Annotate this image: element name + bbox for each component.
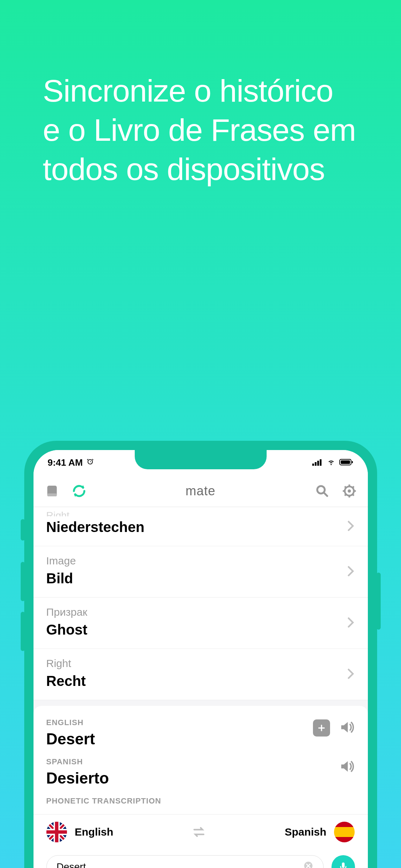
phrasebook-icon[interactable] bbox=[43, 482, 61, 500]
history-translation: Ghost bbox=[46, 622, 355, 638]
history-source: Image bbox=[46, 555, 355, 567]
spain-flag-icon bbox=[334, 822, 355, 842]
svg-line-10 bbox=[324, 493, 327, 496]
app-title: mate bbox=[148, 484, 253, 498]
add-to-phrasebook-button[interactable] bbox=[313, 719, 330, 737]
target-lang-label: SPANISH bbox=[46, 757, 355, 766]
history-row[interactable]: Image Bild bbox=[34, 546, 368, 598]
svg-line-20 bbox=[353, 486, 354, 488]
chevron-right-icon bbox=[347, 668, 354, 681]
alarm-icon bbox=[86, 457, 94, 468]
svg-rect-1 bbox=[315, 462, 317, 466]
chevron-right-icon bbox=[347, 617, 354, 629]
history-translation: Recht bbox=[46, 673, 355, 689]
search-icon[interactable] bbox=[314, 482, 331, 500]
svg-line-18 bbox=[353, 494, 354, 496]
from-language-label: English bbox=[75, 826, 113, 838]
translate-input[interactable]: Desert bbox=[46, 855, 324, 868]
to-language-label: Spanish bbox=[285, 826, 327, 838]
input-value: Desert bbox=[57, 861, 86, 868]
to-language[interactable]: Spanish bbox=[285, 822, 355, 842]
status-time: 9:41 AM bbox=[48, 457, 83, 468]
sync-icon[interactable] bbox=[71, 482, 88, 500]
language-bar: English Spanish bbox=[34, 814, 368, 849]
history-list: Right Niederstechen Image Bild Призрак G… bbox=[34, 507, 368, 700]
history-source: Призрак bbox=[46, 606, 355, 618]
source-lang-label: ENGLISH bbox=[46, 718, 355, 727]
phone-mockup: 9:41 AM bbox=[24, 441, 377, 868]
wifi-icon bbox=[327, 457, 336, 468]
svg-line-17 bbox=[345, 486, 346, 488]
svg-rect-2 bbox=[317, 461, 319, 466]
history-row[interactable]: Right Niederstechen bbox=[34, 507, 368, 546]
svg-rect-0 bbox=[312, 464, 314, 466]
microphone-button[interactable] bbox=[331, 855, 355, 868]
speaker-icon[interactable] bbox=[338, 719, 355, 737]
history-source: Right bbox=[46, 510, 355, 516]
history-translation: Niederstechen bbox=[46, 519, 355, 535]
swap-languages-button[interactable] bbox=[190, 823, 207, 841]
speaker-icon[interactable] bbox=[338, 759, 355, 776]
app-header: mate bbox=[34, 475, 368, 507]
svg-rect-6 bbox=[352, 461, 353, 463]
svg-point-12 bbox=[348, 489, 351, 492]
history-source: Right bbox=[46, 657, 355, 670]
phonetic-label: PHONETIC TRANSCRIPTION bbox=[46, 796, 355, 806]
svg-rect-3 bbox=[320, 459, 322, 466]
svg-rect-23 bbox=[342, 863, 345, 868]
marketing-headline: Sincronize o histórico e o Livro de Fras… bbox=[0, 0, 401, 189]
chevron-right-icon bbox=[347, 566, 354, 578]
gear-icon[interactable] bbox=[341, 482, 358, 500]
input-bar: Desert bbox=[34, 849, 368, 868]
target-text: Desierto bbox=[46, 769, 355, 787]
history-row[interactable]: Right Recht bbox=[34, 649, 368, 700]
svg-rect-5 bbox=[341, 460, 350, 464]
from-language[interactable]: English bbox=[46, 822, 113, 842]
translation-card: ENGLISH Desert SPANISH Desierto bbox=[34, 706, 368, 814]
signal-icon bbox=[312, 457, 323, 468]
history-translation: Bild bbox=[46, 570, 355, 587]
history-row[interactable]: Призрак Ghost bbox=[34, 598, 368, 649]
uk-flag-icon bbox=[46, 822, 67, 842]
svg-point-22 bbox=[304, 862, 312, 868]
svg-rect-8 bbox=[47, 493, 57, 496]
device-notch bbox=[135, 450, 267, 469]
clear-input-icon[interactable] bbox=[303, 861, 313, 868]
chevron-right-icon bbox=[347, 521, 354, 533]
svg-line-19 bbox=[345, 494, 346, 496]
battery-icon bbox=[339, 457, 354, 468]
source-text: Desert bbox=[46, 730, 355, 748]
